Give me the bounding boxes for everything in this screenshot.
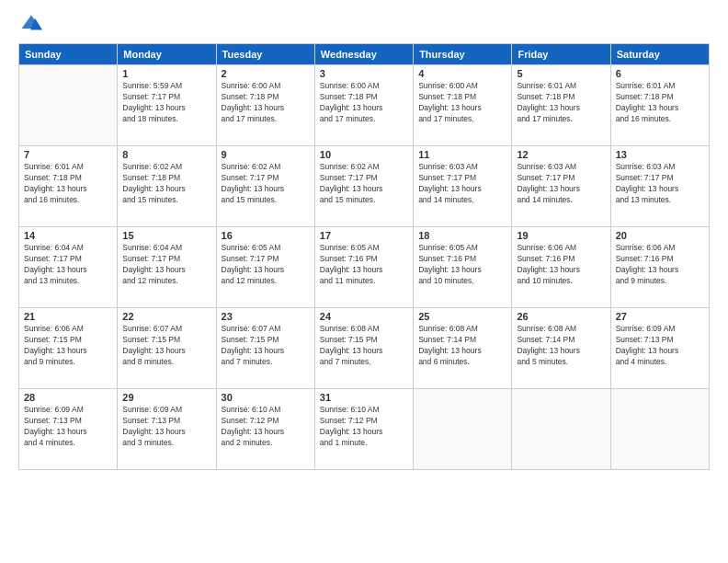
day-info: Sunrise: 6:02 AM Sunset: 7:17 PM Dayligh…	[320, 162, 408, 206]
day-number: 5	[517, 68, 605, 79]
calendar-cell: 23Sunrise: 6:07 AM Sunset: 7:15 PM Dayli…	[216, 308, 314, 389]
weekday-header: Friday	[512, 44, 610, 65]
calendar-cell: 5Sunrise: 6:01 AM Sunset: 7:18 PM Daylig…	[512, 65, 610, 146]
day-number: 28	[24, 392, 112, 403]
calendar-cell: 21Sunrise: 6:06 AM Sunset: 7:15 PM Dayli…	[19, 308, 118, 389]
calendar-cell: 10Sunrise: 6:02 AM Sunset: 7:17 PM Dayli…	[314, 146, 413, 227]
day-number: 25	[418, 311, 506, 322]
day-info: Sunrise: 6:03 AM Sunset: 7:17 PM Dayligh…	[418, 162, 506, 206]
day-number: 4	[418, 68, 506, 79]
calendar-cell	[19, 65, 118, 146]
day-number: 1	[122, 68, 210, 79]
page: SundayMondayTuesdayWednesdayThursdayFrid…	[0, 0, 728, 563]
day-info: Sunrise: 5:59 AM Sunset: 7:17 PM Dayligh…	[122, 81, 210, 125]
day-number: 2	[222, 68, 310, 79]
day-number: 3	[320, 68, 408, 79]
day-number: 29	[122, 392, 210, 403]
day-number: 26	[517, 311, 605, 322]
day-info: Sunrise: 6:03 AM Sunset: 7:17 PM Dayligh…	[517, 162, 605, 206]
day-number: 7	[24, 149, 112, 160]
day-info: Sunrise: 6:08 AM Sunset: 7:15 PM Dayligh…	[320, 324, 408, 368]
day-info: Sunrise: 6:06 AM Sunset: 7:15 PM Dayligh…	[24, 324, 112, 368]
day-info: Sunrise: 6:06 AM Sunset: 7:16 PM Dayligh…	[616, 243, 704, 287]
calendar-cell	[610, 389, 709, 470]
calendar-cell: 7Sunrise: 6:01 AM Sunset: 7:18 PM Daylig…	[19, 146, 118, 227]
day-info: Sunrise: 6:09 AM Sunset: 7:13 PM Dayligh…	[24, 405, 112, 449]
calendar-cell: 25Sunrise: 6:08 AM Sunset: 7:14 PM Dayli…	[414, 308, 512, 389]
day-number: 14	[24, 230, 112, 241]
calendar-cell: 3Sunrise: 6:00 AM Sunset: 7:18 PM Daylig…	[314, 65, 413, 146]
day-number: 18	[418, 230, 506, 241]
day-info: Sunrise: 6:01 AM Sunset: 7:18 PM Dayligh…	[24, 162, 112, 206]
weekday-header: Saturday	[610, 44, 709, 65]
day-number: 27	[616, 311, 704, 322]
calendar-cell: 31Sunrise: 6:10 AM Sunset: 7:12 PM Dayli…	[314, 389, 413, 470]
day-info: Sunrise: 6:06 AM Sunset: 7:16 PM Dayligh…	[517, 243, 605, 287]
day-number: 15	[122, 230, 210, 241]
calendar-cell: 19Sunrise: 6:06 AM Sunset: 7:16 PM Dayli…	[512, 227, 610, 308]
day-info: Sunrise: 6:01 AM Sunset: 7:18 PM Dayligh…	[517, 81, 605, 125]
day-number: 12	[517, 149, 605, 160]
day-info: Sunrise: 6:05 AM Sunset: 7:17 PM Dayligh…	[222, 243, 310, 287]
calendar-cell: 9Sunrise: 6:02 AM Sunset: 7:17 PM Daylig…	[216, 146, 314, 227]
day-info: Sunrise: 6:01 AM Sunset: 7:18 PM Dayligh…	[616, 81, 704, 125]
weekday-header: Wednesday	[314, 44, 413, 65]
weekday-header: Tuesday	[216, 44, 314, 65]
calendar-cell: 18Sunrise: 6:05 AM Sunset: 7:16 PM Dayli…	[414, 227, 512, 308]
day-number: 8	[122, 149, 210, 160]
calendar-cell: 12Sunrise: 6:03 AM Sunset: 7:17 PM Dayli…	[512, 146, 610, 227]
day-number: 24	[320, 311, 408, 322]
calendar-cell: 29Sunrise: 6:09 AM Sunset: 7:13 PM Dayli…	[118, 389, 216, 470]
day-info: Sunrise: 6:07 AM Sunset: 7:15 PM Dayligh…	[222, 324, 310, 368]
calendar-cell: 15Sunrise: 6:04 AM Sunset: 7:17 PM Dayli…	[118, 227, 216, 308]
calendar-cell: 22Sunrise: 6:07 AM Sunset: 7:15 PM Dayli…	[118, 308, 216, 389]
day-info: Sunrise: 6:05 AM Sunset: 7:16 PM Dayligh…	[320, 243, 408, 287]
day-number: 16	[222, 230, 310, 241]
calendar-cell: 4Sunrise: 6:00 AM Sunset: 7:18 PM Daylig…	[414, 65, 512, 146]
calendar-cell: 17Sunrise: 6:05 AM Sunset: 7:16 PM Dayli…	[314, 227, 413, 308]
calendar-cell: 28Sunrise: 6:09 AM Sunset: 7:13 PM Dayli…	[19, 389, 118, 470]
calendar-cell: 16Sunrise: 6:05 AM Sunset: 7:17 PM Dayli…	[216, 227, 314, 308]
day-info: Sunrise: 6:00 AM Sunset: 7:18 PM Dayligh…	[320, 81, 408, 125]
day-info: Sunrise: 6:07 AM Sunset: 7:15 PM Dayligh…	[122, 324, 210, 368]
calendar-cell: 1Sunrise: 5:59 AM Sunset: 7:17 PM Daylig…	[118, 65, 216, 146]
calendar-cell: 30Sunrise: 6:10 AM Sunset: 7:12 PM Dayli…	[216, 389, 314, 470]
day-info: Sunrise: 6:08 AM Sunset: 7:14 PM Dayligh…	[418, 324, 506, 368]
day-info: Sunrise: 6:08 AM Sunset: 7:14 PM Dayligh…	[517, 324, 605, 368]
day-number: 6	[616, 68, 704, 79]
day-number: 19	[517, 230, 605, 241]
calendar-cell: 14Sunrise: 6:04 AM Sunset: 7:17 PM Dayli…	[19, 227, 118, 308]
calendar-cell	[414, 389, 512, 470]
day-info: Sunrise: 6:09 AM Sunset: 7:13 PM Dayligh…	[122, 405, 210, 449]
calendar-cell: 20Sunrise: 6:06 AM Sunset: 7:16 PM Dayli…	[610, 227, 709, 308]
day-info: Sunrise: 6:10 AM Sunset: 7:12 PM Dayligh…	[222, 405, 310, 449]
calendar-cell: 13Sunrise: 6:03 AM Sunset: 7:17 PM Dayli…	[610, 146, 709, 227]
day-number: 10	[320, 149, 408, 160]
calendar-table: SundayMondayTuesdayWednesdayThursdayFrid…	[18, 43, 710, 470]
calendar-cell: 24Sunrise: 6:08 AM Sunset: 7:15 PM Dayli…	[314, 308, 413, 389]
day-number: 21	[24, 311, 112, 322]
day-number: 17	[320, 230, 408, 241]
day-info: Sunrise: 6:05 AM Sunset: 7:16 PM Dayligh…	[418, 243, 506, 287]
logo-icon	[20, 14, 42, 32]
day-number: 11	[418, 149, 506, 160]
day-number: 13	[616, 149, 704, 160]
day-number: 22	[122, 311, 210, 322]
calendar-cell: 26Sunrise: 6:08 AM Sunset: 7:14 PM Dayli…	[512, 308, 610, 389]
weekday-header: Sunday	[19, 44, 118, 65]
day-info: Sunrise: 6:00 AM Sunset: 7:18 PM Dayligh…	[222, 81, 310, 125]
day-info: Sunrise: 6:00 AM Sunset: 7:18 PM Dayligh…	[418, 81, 506, 125]
calendar-cell: 27Sunrise: 6:09 AM Sunset: 7:13 PM Dayli…	[610, 308, 709, 389]
day-info: Sunrise: 6:09 AM Sunset: 7:13 PM Dayligh…	[616, 324, 704, 368]
day-info: Sunrise: 6:04 AM Sunset: 7:17 PM Dayligh…	[24, 243, 112, 287]
logo	[18, 14, 46, 36]
day-info: Sunrise: 6:04 AM Sunset: 7:17 PM Dayligh…	[122, 243, 210, 287]
day-number: 31	[320, 392, 408, 403]
calendar-cell: 11Sunrise: 6:03 AM Sunset: 7:17 PM Dayli…	[414, 146, 512, 227]
weekday-header: Monday	[118, 44, 216, 65]
day-number: 30	[222, 392, 310, 403]
day-number: 20	[616, 230, 704, 241]
day-info: Sunrise: 6:02 AM Sunset: 7:17 PM Dayligh…	[222, 162, 310, 206]
day-number: 9	[222, 149, 310, 160]
day-info: Sunrise: 6:02 AM Sunset: 7:18 PM Dayligh…	[122, 162, 210, 206]
